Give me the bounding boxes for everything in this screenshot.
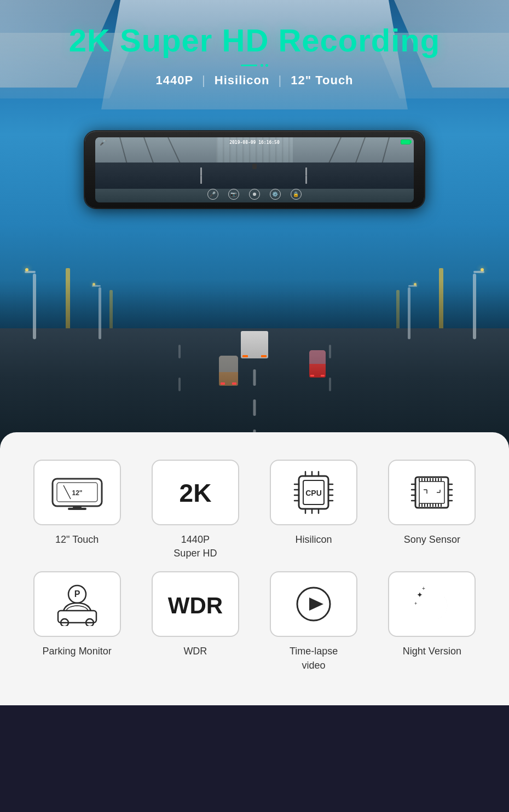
hero-divider <box>241 64 268 67</box>
night-label: Night Version <box>403 645 461 658</box>
screen-timestamp: 2019-08-09 16:16:50 <box>229 140 280 145</box>
svg-rect-58 <box>58 611 96 623</box>
svg-marker-63 <box>309 598 323 611</box>
svg-text:P: P <box>74 589 80 599</box>
sony-sensor-label: Sony Sensor <box>404 533 460 547</box>
svg-text:+: + <box>422 585 425 591</box>
feature-night: ✦ + + Night Version <box>377 571 487 672</box>
hisilicon-label: Hisilicon <box>296 533 332 547</box>
timelapse-icon-box <box>270 571 357 637</box>
svg-text:+: + <box>414 601 417 606</box>
feature-2k: 2K 1440P Super HD <box>140 460 250 560</box>
monitor-icon: 12" <box>47 473 107 512</box>
subtitle-resolution: 1440P <box>155 73 193 88</box>
2k-icon-box: 2K <box>152 460 239 525</box>
main-heading: 2K Super HD Recording <box>69 22 440 59</box>
feature-touch-screen: 12" 12" Touch <box>22 460 132 560</box>
timelapse-label: Time-lapse video <box>290 645 338 672</box>
cpu-icon: CPU <box>289 471 338 514</box>
cpu-icon-box: CPU <box>270 460 357 525</box>
parking-label: Parking Monitor <box>43 645 112 658</box>
wdr-icon-box: WDR <box>152 571 239 637</box>
screen-battery <box>401 140 410 144</box>
features-section: 12" 12" Touch 2K 1440P Super HD <box>0 432 509 705</box>
feature-sony-sensor: Sony Sensor <box>377 460 487 560</box>
hero-title: 2K Super HD Recording <box>69 22 440 59</box>
svg-line-3 <box>63 485 71 499</box>
touch-screen-icon-box: 12" <box>33 460 121 525</box>
hero-subtitle: 1440P | Hisilicon | 12" Touch <box>155 73 353 88</box>
parking-icon: P <box>47 582 107 626</box>
screen-mic-icon: 🎤 <box>100 140 106 146</box>
night-icon-box: ✦ + + <box>388 571 476 637</box>
svg-text:CPU: CPU <box>305 489 322 497</box>
subtitle-processor: Hisilicon <box>215 73 270 88</box>
svg-rect-5 <box>68 508 86 510</box>
screen-controls: 🎤 📷 ⚙️ 🔒 <box>207 189 302 200</box>
svg-text:WDR: WDR <box>168 593 223 618</box>
parking-icon-box: P <box>33 571 121 637</box>
feature-hisilicon: CPU <box>259 460 369 560</box>
feature-wdr: WDR WDR <box>140 571 250 672</box>
chip-icon <box>407 471 456 514</box>
timelapse-icon <box>289 582 338 626</box>
dashcam-device: 2019-08-09 16:16:50 🎤 🎤 📷 <box>85 131 424 222</box>
svg-text:12": 12" <box>72 489 82 497</box>
svg-rect-25 <box>419 482 444 503</box>
hero-section: 2K Super HD Recording 1440P | Hisilicon … <box>0 0 509 449</box>
wdr-label: WDR <box>183 645 207 658</box>
feature-timelapse: Time-lapse video <box>259 571 369 672</box>
chip-icon-box <box>388 460 476 525</box>
feature-parking: P Parking Monitor <box>22 571 132 672</box>
night-icon: ✦ + + <box>404 582 459 626</box>
svg-text:✦: ✦ <box>417 590 423 599</box>
svg-text:2K: 2K <box>179 479 211 507</box>
touch-screen-label: 12" Touch <box>55 533 99 547</box>
features-grid: 12" 12" Touch 2K 1440P Super HD <box>22 460 487 672</box>
2k-label: 1440P Super HD <box>173 533 217 560</box>
subtitle-screen: 12" Touch <box>291 73 353 88</box>
wdr-icon: WDR <box>165 585 225 623</box>
2k-icon: 2K <box>165 473 225 512</box>
